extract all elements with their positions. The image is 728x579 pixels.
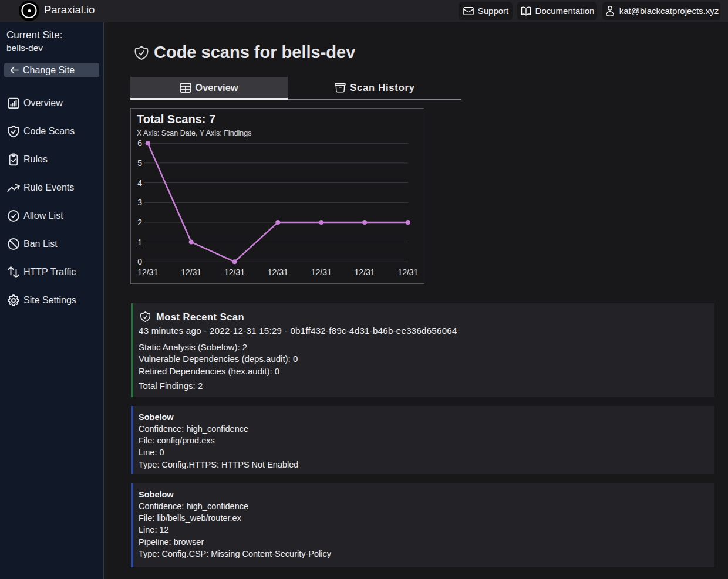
svg-text:12/31: 12/31	[268, 268, 288, 277]
svg-text:4: 4	[137, 178, 142, 188]
svg-text:12/31: 12/31	[311, 268, 332, 277]
svg-text:6: 6	[137, 138, 142, 148]
svg-text:12/31: 12/31	[137, 268, 158, 277]
svg-text:0: 0	[137, 257, 142, 266]
svg-text:12/31: 12/31	[397, 268, 418, 277]
svg-text:1: 1	[137, 238, 142, 247]
svg-text:12/31: 12/31	[224, 268, 245, 277]
svg-text:2: 2	[137, 218, 142, 227]
svg-text:3: 3	[137, 198, 142, 207]
svg-text:12/31: 12/31	[181, 268, 201, 277]
svg-text:5: 5	[137, 158, 142, 168]
svg-text:12/31: 12/31	[355, 268, 375, 277]
